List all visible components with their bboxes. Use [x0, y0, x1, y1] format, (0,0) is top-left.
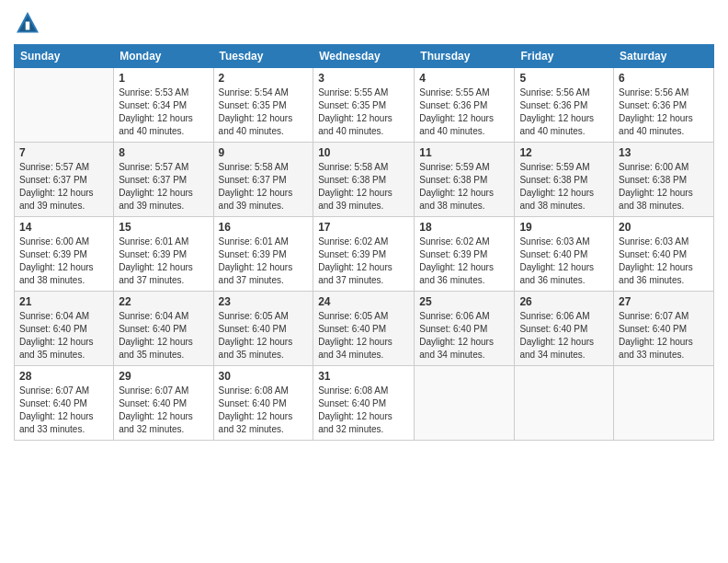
day-detail: Sunrise: 6:03 AM Sunset: 6:40 PM Dayligh…	[519, 236, 609, 287]
calendar-cell: 27Sunrise: 6:07 AM Sunset: 6:40 PM Dayli…	[614, 292, 714, 366]
calendar-cell: 9Sunrise: 5:58 AM Sunset: 6:37 PM Daylig…	[213, 143, 313, 217]
col-monday: Monday	[114, 45, 213, 68]
day-number: 28	[19, 370, 108, 383]
day-detail: Sunrise: 6:04 AM Sunset: 6:40 PM Dayligh…	[119, 310, 208, 362]
col-saturday: Saturday	[614, 45, 714, 68]
calendar-cell: 2Sunrise: 5:54 AM Sunset: 6:35 PM Daylig…	[213, 68, 313, 143]
calendar-cell: 20Sunrise: 6:03 AM Sunset: 6:40 PM Dayli…	[614, 217, 714, 292]
day-detail: Sunrise: 5:59 AM Sunset: 6:38 PM Dayligh…	[419, 161, 509, 213]
day-detail: Sunrise: 6:08 AM Sunset: 6:40 PM Dayligh…	[318, 385, 409, 436]
day-detail: Sunrise: 5:53 AM Sunset: 6:34 PM Dayligh…	[119, 86, 208, 138]
day-number: 2	[219, 72, 309, 85]
day-number: 11	[419, 146, 509, 159]
calendar-cell	[614, 366, 714, 441]
calendar-cell	[515, 366, 614, 441]
calendar-week-row: 14Sunrise: 6:00 AM Sunset: 6:39 PM Dayli…	[15, 217, 714, 292]
day-number: 4	[419, 72, 509, 85]
calendar-cell: 15Sunrise: 6:01 AM Sunset: 6:39 PM Dayli…	[114, 217, 213, 292]
col-wednesday: Wednesday	[313, 45, 415, 68]
day-number: 8	[119, 146, 208, 159]
day-detail: Sunrise: 6:02 AM Sunset: 6:39 PM Dayligh…	[318, 236, 409, 287]
day-detail: Sunrise: 5:56 AM Sunset: 6:36 PM Dayligh…	[519, 86, 609, 138]
calendar-cell: 14Sunrise: 6:00 AM Sunset: 6:39 PM Dayli…	[15, 217, 114, 292]
calendar-cell: 12Sunrise: 5:59 AM Sunset: 6:38 PM Dayli…	[515, 143, 614, 217]
calendar-cell: 13Sunrise: 6:00 AM Sunset: 6:38 PM Dayli…	[614, 143, 714, 217]
calendar-cell: 10Sunrise: 5:58 AM Sunset: 6:38 PM Dayli…	[313, 143, 415, 217]
day-detail: Sunrise: 6:07 AM Sunset: 6:40 PM Dayligh…	[19, 385, 108, 436]
svg-rect-2	[26, 22, 30, 30]
calendar-cell: 8Sunrise: 5:57 AM Sunset: 6:37 PM Daylig…	[114, 143, 213, 217]
calendar-cell: 28Sunrise: 6:07 AM Sunset: 6:40 PM Dayli…	[15, 366, 114, 441]
day-detail: Sunrise: 5:58 AM Sunset: 6:37 PM Dayligh…	[219, 161, 309, 213]
day-number: 7	[19, 146, 108, 159]
day-number: 3	[318, 72, 409, 85]
logo-icon	[14, 9, 41, 37]
calendar-week-row: 7Sunrise: 5:57 AM Sunset: 6:37 PM Daylig…	[15, 143, 714, 217]
day-detail: Sunrise: 5:54 AM Sunset: 6:35 PM Dayligh…	[219, 86, 309, 138]
day-detail: Sunrise: 6:06 AM Sunset: 6:40 PM Dayligh…	[419, 310, 509, 362]
day-number: 20	[619, 221, 709, 234]
calendar-cell: 31Sunrise: 6:08 AM Sunset: 6:40 PM Dayli…	[313, 366, 415, 441]
day-number: 16	[219, 221, 309, 234]
day-number: 14	[19, 221, 108, 234]
day-detail: Sunrise: 6:05 AM Sunset: 6:40 PM Dayligh…	[318, 310, 409, 362]
day-number: 31	[318, 370, 409, 383]
day-detail: Sunrise: 6:00 AM Sunset: 6:39 PM Dayligh…	[19, 236, 108, 287]
day-number: 15	[119, 221, 208, 234]
day-detail: Sunrise: 6:05 AM Sunset: 6:40 PM Dayligh…	[219, 310, 309, 362]
calendar-week-row: 28Sunrise: 6:07 AM Sunset: 6:40 PM Dayli…	[15, 366, 714, 441]
day-detail: Sunrise: 6:00 AM Sunset: 6:38 PM Dayligh…	[619, 161, 709, 213]
day-number: 30	[219, 370, 309, 383]
day-detail: Sunrise: 6:01 AM Sunset: 6:39 PM Dayligh…	[219, 236, 309, 287]
day-number: 19	[519, 221, 609, 234]
col-thursday: Thursday	[415, 45, 515, 68]
calendar-week-row: 1Sunrise: 5:53 AM Sunset: 6:34 PM Daylig…	[15, 68, 714, 143]
day-number: 27	[619, 295, 709, 308]
page: Sunday Monday Tuesday Wednesday Thursday…	[0, 0, 728, 563]
day-detail: Sunrise: 6:07 AM Sunset: 6:40 PM Dayligh…	[619, 310, 709, 362]
calendar-cell: 18Sunrise: 6:02 AM Sunset: 6:39 PM Dayli…	[415, 217, 515, 292]
day-detail: Sunrise: 6:08 AM Sunset: 6:40 PM Dayligh…	[219, 385, 309, 436]
calendar-cell: 21Sunrise: 6:04 AM Sunset: 6:40 PM Dayli…	[15, 292, 114, 366]
calendar-cell: 17Sunrise: 6:02 AM Sunset: 6:39 PM Dayli…	[313, 217, 415, 292]
day-detail: Sunrise: 5:59 AM Sunset: 6:38 PM Dayligh…	[519, 161, 609, 213]
calendar-cell: 5Sunrise: 5:56 AM Sunset: 6:36 PM Daylig…	[515, 68, 614, 143]
calendar-cell: 1Sunrise: 5:53 AM Sunset: 6:34 PM Daylig…	[114, 68, 213, 143]
day-detail: Sunrise: 5:55 AM Sunset: 6:36 PM Dayligh…	[419, 86, 509, 138]
day-number: 24	[318, 295, 409, 308]
day-detail: Sunrise: 6:04 AM Sunset: 6:40 PM Dayligh…	[19, 310, 108, 362]
calendar-cell: 3Sunrise: 5:55 AM Sunset: 6:35 PM Daylig…	[313, 68, 415, 143]
day-detail: Sunrise: 6:02 AM Sunset: 6:39 PM Dayligh…	[419, 236, 509, 287]
day-number: 13	[619, 146, 709, 159]
day-number: 25	[419, 295, 509, 308]
day-detail: Sunrise: 6:07 AM Sunset: 6:40 PM Dayligh…	[119, 385, 208, 436]
day-number: 9	[219, 146, 309, 159]
day-number: 29	[119, 370, 208, 383]
day-number: 17	[318, 221, 409, 234]
day-number: 18	[419, 221, 509, 234]
calendar-cell: 30Sunrise: 6:08 AM Sunset: 6:40 PM Dayli…	[213, 366, 313, 441]
calendar-cell	[15, 68, 114, 143]
day-number: 5	[519, 72, 609, 85]
day-number: 22	[119, 295, 208, 308]
calendar-cell	[415, 366, 515, 441]
calendar-cell: 26Sunrise: 6:06 AM Sunset: 6:40 PM Dayli…	[515, 292, 614, 366]
day-detail: Sunrise: 6:06 AM Sunset: 6:40 PM Dayligh…	[519, 310, 609, 362]
calendar-cell: 29Sunrise: 6:07 AM Sunset: 6:40 PM Dayli…	[114, 366, 213, 441]
calendar-cell: 16Sunrise: 6:01 AM Sunset: 6:39 PM Dayli…	[213, 217, 313, 292]
calendar-header-row: Sunday Monday Tuesday Wednesday Thursday…	[15, 45, 714, 68]
calendar-table: Sunday Monday Tuesday Wednesday Thursday…	[14, 44, 714, 441]
header	[14, 9, 714, 37]
day-detail: Sunrise: 5:57 AM Sunset: 6:37 PM Dayligh…	[19, 161, 108, 213]
col-tuesday: Tuesday	[213, 45, 313, 68]
day-number: 21	[19, 295, 108, 308]
day-detail: Sunrise: 6:03 AM Sunset: 6:40 PM Dayligh…	[619, 236, 709, 287]
day-detail: Sunrise: 5:56 AM Sunset: 6:36 PM Dayligh…	[619, 86, 709, 138]
day-number: 1	[119, 72, 208, 85]
day-number: 12	[519, 146, 609, 159]
calendar-week-row: 21Sunrise: 6:04 AM Sunset: 6:40 PM Dayli…	[15, 292, 714, 366]
calendar-cell: 23Sunrise: 6:05 AM Sunset: 6:40 PM Dayli…	[213, 292, 313, 366]
calendar-cell: 11Sunrise: 5:59 AM Sunset: 6:38 PM Dayli…	[415, 143, 515, 217]
day-detail: Sunrise: 6:01 AM Sunset: 6:39 PM Dayligh…	[119, 236, 208, 287]
calendar-cell: 6Sunrise: 5:56 AM Sunset: 6:36 PM Daylig…	[614, 68, 714, 143]
